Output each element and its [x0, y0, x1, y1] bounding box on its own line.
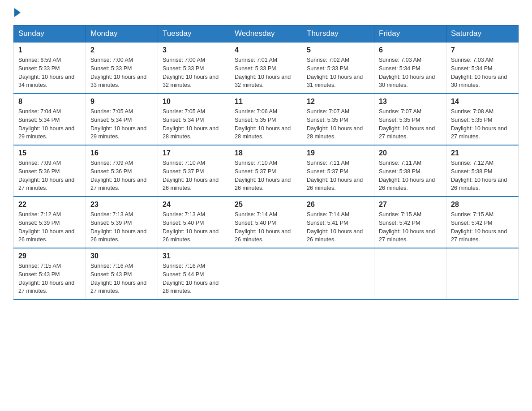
- day-number: 13: [379, 98, 442, 106]
- day-of-week-header: Monday: [86, 26, 158, 43]
- day-info: Sunrise: 7:16 AM Sunset: 5:44 PM Dayligh…: [163, 262, 225, 295]
- day-info: Sunrise: 7:11 AM Sunset: 5:38 PM Dayligh…: [379, 159, 442, 193]
- day-number: 15: [18, 149, 81, 157]
- calendar-day-cell: [302, 248, 374, 300]
- day-number: 7: [451, 46, 514, 54]
- calendar-week-row: 22 Sunrise: 7:12 AM Sunset: 5:39 PM Dayl…: [14, 197, 519, 248]
- day-info: Sunrise: 7:09 AM Sunset: 5:36 PM Dayligh…: [90, 159, 153, 193]
- day-info: Sunrise: 7:12 AM Sunset: 5:39 PM Dayligh…: [18, 210, 81, 244]
- day-info: Sunrise: 7:15 AM Sunset: 5:43 PM Dayligh…: [18, 262, 81, 295]
- calendar-day-cell: [446, 248, 519, 300]
- day-of-week-header: Tuesday: [158, 26, 230, 43]
- day-info: Sunrise: 7:03 AM Sunset: 5:34 PM Dayligh…: [379, 56, 442, 90]
- calendar-day-cell: 27 Sunrise: 7:15 AM Sunset: 5:42 PM Dayl…: [374, 197, 446, 248]
- day-info: Sunrise: 7:15 AM Sunset: 5:42 PM Dayligh…: [379, 210, 442, 244]
- day-number: 9: [90, 98, 153, 106]
- calendar-day-cell: 5 Sunrise: 7:02 AM Sunset: 5:33 PM Dayli…: [302, 42, 374, 94]
- calendar-day-cell: 19 Sunrise: 7:11 AM Sunset: 5:37 PM Dayl…: [302, 145, 374, 197]
- calendar-day-cell: 9 Sunrise: 7:05 AM Sunset: 5:34 PM Dayli…: [86, 94, 158, 145]
- day-number: 18: [235, 149, 297, 157]
- calendar-day-cell: [230, 248, 302, 300]
- day-info: Sunrise: 7:00 AM Sunset: 5:33 PM Dayligh…: [90, 56, 153, 90]
- calendar-day-cell: 30 Sunrise: 7:16 AM Sunset: 5:43 PM Dayl…: [86, 248, 158, 300]
- day-info: Sunrise: 7:08 AM Sunset: 5:35 PM Dayligh…: [451, 107, 514, 141]
- day-number: 4: [235, 46, 297, 54]
- calendar-day-cell: 20 Sunrise: 7:11 AM Sunset: 5:38 PM Dayl…: [374, 145, 446, 197]
- day-number: 17: [163, 149, 225, 157]
- day-number: 14: [451, 98, 514, 106]
- day-info: Sunrise: 7:14 AM Sunset: 5:40 PM Dayligh…: [235, 210, 297, 244]
- calendar-day-cell: 17 Sunrise: 7:10 AM Sunset: 5:37 PM Dayl…: [158, 145, 230, 197]
- day-number: 5: [307, 46, 369, 54]
- day-number: 12: [307, 98, 369, 106]
- day-of-week-header: Saturday: [446, 26, 519, 43]
- day-number: 31: [163, 252, 225, 260]
- calendar-day-cell: 12 Sunrise: 7:07 AM Sunset: 5:35 PM Dayl…: [302, 94, 374, 145]
- calendar-day-cell: 4 Sunrise: 7:01 AM Sunset: 5:33 PM Dayli…: [230, 42, 302, 94]
- calendar-week-row: 29 Sunrise: 7:15 AM Sunset: 5:43 PM Dayl…: [14, 248, 519, 300]
- day-number: 27: [379, 201, 442, 209]
- calendar-day-cell: 28 Sunrise: 7:15 AM Sunset: 5:42 PM Dayl…: [446, 197, 519, 248]
- day-number: 21: [451, 149, 514, 157]
- calendar-day-cell: [374, 248, 446, 300]
- day-info: Sunrise: 7:13 AM Sunset: 5:40 PM Dayligh…: [163, 210, 225, 244]
- day-number: 11: [235, 98, 297, 106]
- day-number: 26: [307, 201, 369, 209]
- calendar-day-cell: 24 Sunrise: 7:13 AM Sunset: 5:40 PM Dayl…: [158, 197, 230, 248]
- day-number: 10: [163, 98, 225, 106]
- calendar-day-cell: 14 Sunrise: 7:08 AM Sunset: 5:35 PM Dayl…: [446, 94, 519, 145]
- day-info: Sunrise: 7:01 AM Sunset: 5:33 PM Dayligh…: [235, 56, 297, 90]
- calendar-day-cell: 18 Sunrise: 7:10 AM Sunset: 5:37 PM Dayl…: [230, 145, 302, 197]
- day-info: Sunrise: 7:11 AM Sunset: 5:37 PM Dayligh…: [307, 159, 369, 193]
- calendar-day-cell: 22 Sunrise: 7:12 AM Sunset: 5:39 PM Dayl…: [14, 197, 86, 248]
- day-info: Sunrise: 7:00 AM Sunset: 5:33 PM Dayligh…: [163, 56, 225, 90]
- calendar-header-row: SundayMondayTuesdayWednesdayThursdayFrid…: [14, 26, 519, 43]
- calendar-day-cell: 26 Sunrise: 7:14 AM Sunset: 5:41 PM Dayl…: [302, 197, 374, 248]
- calendar-day-cell: 23 Sunrise: 7:13 AM Sunset: 5:39 PM Dayl…: [86, 197, 158, 248]
- day-number: 20: [379, 149, 442, 157]
- day-info: Sunrise: 7:16 AM Sunset: 5:43 PM Dayligh…: [90, 262, 153, 295]
- logo: [13, 9, 21, 17]
- logo-triangle-icon: [14, 8, 21, 17]
- day-number: 8: [18, 98, 81, 106]
- day-number: 16: [90, 149, 153, 157]
- page-header: [13, 9, 519, 17]
- day-info: Sunrise: 7:03 AM Sunset: 5:34 PM Dayligh…: [451, 56, 514, 90]
- day-number: 29: [18, 252, 81, 260]
- day-number: 6: [379, 46, 442, 54]
- day-info: Sunrise: 7:10 AM Sunset: 5:37 PM Dayligh…: [163, 159, 225, 193]
- day-number: 30: [90, 252, 153, 260]
- day-info: Sunrise: 7:10 AM Sunset: 5:37 PM Dayligh…: [235, 159, 297, 193]
- day-of-week-header: Wednesday: [230, 26, 302, 43]
- calendar-table: SundayMondayTuesdayWednesdayThursdayFrid…: [13, 25, 519, 300]
- day-of-week-header: Sunday: [14, 26, 86, 43]
- day-number: 2: [90, 46, 153, 54]
- day-info: Sunrise: 7:09 AM Sunset: 5:36 PM Dayligh…: [18, 159, 81, 193]
- calendar-day-cell: 6 Sunrise: 7:03 AM Sunset: 5:34 PM Dayli…: [374, 42, 446, 94]
- calendar-day-cell: 2 Sunrise: 7:00 AM Sunset: 5:33 PM Dayli…: [86, 42, 158, 94]
- calendar-day-cell: 25 Sunrise: 7:14 AM Sunset: 5:40 PM Dayl…: [230, 197, 302, 248]
- calendar-day-cell: 1 Sunrise: 6:59 AM Sunset: 5:33 PM Dayli…: [14, 42, 86, 94]
- calendar-day-cell: 13 Sunrise: 7:07 AM Sunset: 5:35 PM Dayl…: [374, 94, 446, 145]
- calendar-day-cell: 29 Sunrise: 7:15 AM Sunset: 5:43 PM Dayl…: [14, 248, 86, 300]
- day-number: 25: [235, 201, 297, 209]
- day-of-week-header: Thursday: [302, 26, 374, 43]
- day-of-week-header: Friday: [374, 26, 446, 43]
- day-info: Sunrise: 7:04 AM Sunset: 5:34 PM Dayligh…: [18, 107, 81, 141]
- calendar-day-cell: 15 Sunrise: 7:09 AM Sunset: 5:36 PM Dayl…: [14, 145, 86, 197]
- day-number: 3: [163, 46, 225, 54]
- day-info: Sunrise: 7:07 AM Sunset: 5:35 PM Dayligh…: [307, 107, 369, 141]
- day-info: Sunrise: 7:15 AM Sunset: 5:42 PM Dayligh…: [451, 210, 514, 244]
- day-info: Sunrise: 7:07 AM Sunset: 5:35 PM Dayligh…: [379, 107, 442, 141]
- calendar-day-cell: 21 Sunrise: 7:12 AM Sunset: 5:38 PM Dayl…: [446, 145, 519, 197]
- day-info: Sunrise: 7:05 AM Sunset: 5:34 PM Dayligh…: [90, 107, 153, 141]
- day-info: Sunrise: 7:13 AM Sunset: 5:39 PM Dayligh…: [90, 210, 153, 244]
- day-info: Sunrise: 7:14 AM Sunset: 5:41 PM Dayligh…: [307, 210, 369, 244]
- calendar-day-cell: 10 Sunrise: 7:05 AM Sunset: 5:34 PM Dayl…: [158, 94, 230, 145]
- calendar-week-row: 1 Sunrise: 6:59 AM Sunset: 5:33 PM Dayli…: [14, 42, 519, 94]
- calendar-day-cell: 16 Sunrise: 7:09 AM Sunset: 5:36 PM Dayl…: [86, 145, 158, 197]
- day-info: Sunrise: 7:05 AM Sunset: 5:34 PM Dayligh…: [163, 107, 225, 141]
- day-number: 22: [18, 201, 81, 209]
- calendar-week-row: 15 Sunrise: 7:09 AM Sunset: 5:36 PM Dayl…: [14, 145, 519, 197]
- calendar-day-cell: 8 Sunrise: 7:04 AM Sunset: 5:34 PM Dayli…: [14, 94, 86, 145]
